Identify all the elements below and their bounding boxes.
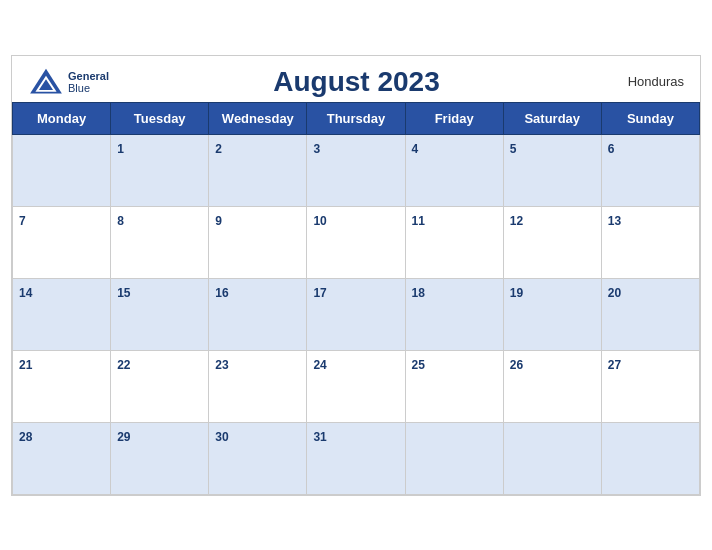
day-number: 18 [412,286,425,300]
calendar-cell: 5 [503,134,601,206]
calendar-cell: 8 [111,206,209,278]
calendar-body: 1234567891011121314151617181920212223242… [13,134,700,494]
header-sunday: Sunday [601,102,699,134]
day-number: 19 [510,286,523,300]
calendar-week-row: 28293031 [13,422,700,494]
day-number: 26 [510,358,523,372]
calendar-cell [13,134,111,206]
day-number: 3 [313,142,320,156]
day-number: 24 [313,358,326,372]
logo-text: General Blue [68,70,109,94]
calendar-title: August 2023 [109,66,604,98]
day-number: 25 [412,358,425,372]
day-number: 1 [117,142,124,156]
day-number: 27 [608,358,621,372]
country-label: Honduras [604,74,684,89]
calendar-week-row: 21222324252627 [13,350,700,422]
calendar-cell: 4 [405,134,503,206]
header-thursday: Thursday [307,102,405,134]
day-number: 4 [412,142,419,156]
calendar-cell: 27 [601,350,699,422]
calendar-container: General Blue August 2023 Honduras Monday… [11,55,701,496]
day-number: 15 [117,286,130,300]
calendar-cell: 18 [405,278,503,350]
calendar-cell: 22 [111,350,209,422]
logo: General Blue [28,67,109,97]
calendar-cell: 19 [503,278,601,350]
calendar-cell: 6 [601,134,699,206]
calendar-cell: 31 [307,422,405,494]
day-number: 14 [19,286,32,300]
calendar-header: General Blue August 2023 Honduras [12,56,700,102]
calendar-cell: 14 [13,278,111,350]
calendar-cell: 25 [405,350,503,422]
calendar-cell: 17 [307,278,405,350]
weekday-header-row: Monday Tuesday Wednesday Thursday Friday… [13,102,700,134]
calendar-cell: 30 [209,422,307,494]
day-number: 2 [215,142,222,156]
calendar-cell [503,422,601,494]
calendar-cell: 15 [111,278,209,350]
calendar-table: Monday Tuesday Wednesday Thursday Friday… [12,102,700,495]
header-tuesday: Tuesday [111,102,209,134]
header-monday: Monday [13,102,111,134]
header-friday: Friday [405,102,503,134]
day-number: 22 [117,358,130,372]
day-number: 23 [215,358,228,372]
day-number: 30 [215,430,228,444]
calendar-cell: 3 [307,134,405,206]
calendar-cell: 29 [111,422,209,494]
day-number: 5 [510,142,517,156]
calendar-week-row: 123456 [13,134,700,206]
day-number: 13 [608,214,621,228]
calendar-week-row: 78910111213 [13,206,700,278]
day-number: 7 [19,214,26,228]
day-number: 28 [19,430,32,444]
day-number: 8 [117,214,124,228]
calendar-cell [601,422,699,494]
calendar-cell: 10 [307,206,405,278]
calendar-cell: 20 [601,278,699,350]
calendar-cell: 28 [13,422,111,494]
logo-general-text: General [68,70,109,82]
calendar-cell: 13 [601,206,699,278]
calendar-cell: 7 [13,206,111,278]
day-number: 20 [608,286,621,300]
calendar-cell: 24 [307,350,405,422]
calendar-cell: 2 [209,134,307,206]
calendar-cell: 16 [209,278,307,350]
header-saturday: Saturday [503,102,601,134]
calendar-cell: 23 [209,350,307,422]
day-number: 11 [412,214,425,228]
header-wednesday: Wednesday [209,102,307,134]
day-number: 29 [117,430,130,444]
day-number: 21 [19,358,32,372]
calendar-cell: 9 [209,206,307,278]
logo-blue-text: Blue [68,82,109,94]
day-number: 16 [215,286,228,300]
calendar-cell [405,422,503,494]
day-number: 9 [215,214,222,228]
calendar-week-row: 14151617181920 [13,278,700,350]
calendar-cell: 26 [503,350,601,422]
day-number: 17 [313,286,326,300]
logo-icon [28,67,64,97]
calendar-cell: 21 [13,350,111,422]
calendar-cell: 1 [111,134,209,206]
day-number: 31 [313,430,326,444]
day-number: 12 [510,214,523,228]
day-number: 10 [313,214,326,228]
calendar-cell: 11 [405,206,503,278]
day-number: 6 [608,142,615,156]
calendar-cell: 12 [503,206,601,278]
